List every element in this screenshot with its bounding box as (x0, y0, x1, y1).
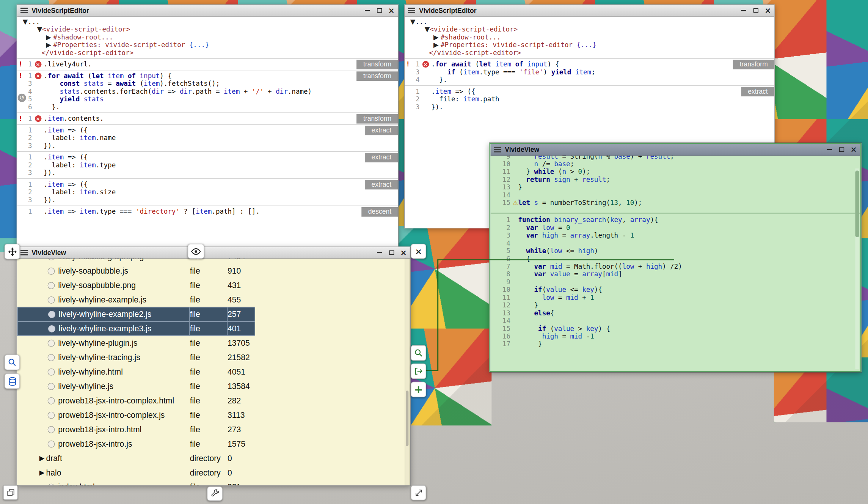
dom-tree-line[interactable]: ▼... (17, 18, 398, 25)
code-line[interactable]: 8 var value = array[mid] (490, 270, 860, 278)
menu-icon[interactable] (20, 8, 28, 13)
code-line[interactable]: 2 file: item.path (405, 95, 774, 103)
code-line[interactable]: 2 label: item.size (17, 188, 398, 196)
code-line[interactable]: !1.lively4url. (17, 60, 398, 68)
code-line[interactable]: 6 { (490, 255, 860, 263)
titlebar[interactable]: VivideView × (490, 144, 860, 156)
minimize-button[interactable] (376, 249, 383, 256)
script-step-transform[interactable]: transform!1.for await (let item of input… (17, 70, 398, 112)
script-step-extract[interactable]: extract1.item => ({2 label: item.type3})… (17, 151, 398, 179)
expand-arrow-icon[interactable]: ▶ (39, 469, 44, 476)
file-row[interactable]: proweb18-jsx-intro.htmlfile273 (17, 422, 410, 436)
minimize-button[interactable] (826, 146, 833, 153)
code-line[interactable]: 14 (490, 317, 860, 324)
file-row[interactable]: proweb18-jsx-intro-complex.htmlfile282 (17, 393, 410, 408)
data-source-button[interactable] (5, 373, 20, 389)
tools-button[interactable] (207, 487, 223, 501)
file-row[interactable]: lively-whyline-example3.jsfile401 (17, 321, 410, 336)
code-line[interactable]: !1.item.contents. (17, 115, 398, 122)
inspect-button[interactable] (411, 345, 426, 361)
scrollbar[interactable] (855, 169, 859, 369)
dom-tree-line[interactable]: ▶ #Properties: vivide-script-editor {...… (405, 41, 774, 49)
code-line[interactable]: 12 return sign + result; (490, 176, 860, 183)
code-line[interactable]: 11 } while (n > 0); (490, 168, 860, 175)
close-button[interactable]: × (850, 146, 857, 153)
code-line[interactable]: 13 else{ (490, 309, 860, 317)
script-step-extract[interactable]: extract1.item => ({2 file: item.path3}). (405, 85, 774, 113)
code-line[interactable]: 4 stats.contents.forEach(dir => dir.path… (17, 88, 398, 95)
code-pane-binary-search[interactable]: 1function binary_search(key, array){2 va… (490, 214, 860, 371)
file-row[interactable]: lively-module-graph.pngfile7404 (17, 258, 410, 264)
minimize-button[interactable] (740, 7, 747, 14)
dom-tree-line[interactable]: ▼<vivide-script-editor> (17, 25, 398, 33)
close-button[interactable]: × (764, 7, 771, 14)
file-row[interactable]: lively-soapbubble.pngfile431 (17, 278, 410, 293)
code-line[interactable]: 15 if (value > key) { (490, 324, 860, 332)
script-step-transform[interactable]: transform!1.item.contents. (17, 112, 398, 124)
code-line[interactable]: 2 label: item.name (17, 134, 398, 142)
code-line[interactable]: 3}). (405, 103, 774, 111)
file-row[interactable]: lively-whyline-example.jsfile455 (17, 293, 410, 307)
code-line[interactable]: 15⚠let s = numberToString(13, 10); (490, 199, 860, 206)
code-line[interactable]: 1.item => ({ (405, 88, 774, 95)
undo-icon[interactable]: ↺ (18, 94, 26, 102)
dom-tree-line[interactable]: ▶ #shadow-root... (17, 33, 398, 41)
code-line[interactable]: 1.item => ({ (17, 181, 398, 188)
close-button[interactable]: × (400, 249, 407, 256)
maximize-button[interactable] (838, 146, 845, 153)
file-row[interactable]: lively-whyline-example2.jsfile257 (17, 307, 410, 321)
code-line[interactable]: 17 } (490, 340, 860, 348)
script-step-transform[interactable]: transform!1.lively4url. (17, 58, 398, 70)
window-vivide-view-code[interactable]: VivideView × 9 result = String(n % base)… (489, 143, 861, 372)
code-line[interactable]: 3}). (17, 169, 398, 176)
code-line[interactable]: 4 }. (405, 76, 774, 83)
code-line[interactable]: 2 var low = 0 (490, 224, 860, 232)
dom-tree-line[interactable]: ▶ #shadow-root... (405, 33, 774, 41)
code-line[interactable]: 11 low = mid + 1 (490, 294, 860, 301)
code-line[interactable]: 12 } (490, 301, 860, 309)
menu-icon[interactable] (408, 8, 415, 13)
dom-tree-line[interactable]: </vivide-script-editor> (405, 49, 774, 56)
file-row[interactable]: proweb18-jsx-intro-complex.jsfile3113 (17, 408, 410, 422)
window-vivide-view-files[interactable]: VivideView × lively-module-graph.pngfile… (17, 247, 411, 486)
script-step-extract[interactable]: extract1.item => ({2 label: item.size3})… (17, 178, 398, 206)
file-list-body[interactable]: lively-module-graph.pngfile7404lively-so… (17, 258, 410, 485)
scrollbar-thumb[interactable] (855, 171, 859, 237)
file-row[interactable]: lively-whyline-tracing.jsfile21582 (17, 350, 410, 365)
code-line[interactable]: 4 (490, 239, 860, 247)
code-line[interactable]: 5 while(low <= high) (490, 247, 860, 255)
code-line[interactable]: 13} (490, 183, 860, 191)
file-row[interactable]: lively-soapbubble.jsfile910 (17, 264, 410, 278)
code-line[interactable]: 9 result = String(n % base) + result; (490, 155, 860, 160)
script-step-transform[interactable]: transform!1.for await (let item of input… (405, 58, 774, 85)
script-step-extract[interactable]: extract1.item => ({2 label: item.name3})… (17, 124, 398, 151)
script-editor-body[interactable]: ▼...▼<vivide-script-editor>▶ #shadow-roo… (17, 16, 398, 247)
code-line[interactable]: !1.for await (let item of input) { (17, 72, 398, 80)
code-line[interactable]: !1.for await (let item of input) { (405, 60, 774, 68)
scrollbar[interactable] (405, 258, 410, 485)
script-step-descent[interactable]: descent1.item => item.type === 'director… (17, 206, 398, 217)
titlebar[interactable]: VivideScriptEditor × (405, 5, 774, 17)
code-line[interactable]: 3 var high = array.length - 1 (490, 232, 860, 239)
code-pane-number-to-string[interactable]: 9 result = String(n % base) + result;10 … (490, 155, 860, 213)
code-line[interactable]: 1.item => ({ (17, 126, 398, 134)
search-button[interactable] (5, 354, 20, 370)
dom-tree-line[interactable]: </vivide-script-editor> (17, 49, 398, 56)
code-line[interactable]: 3 if (item.type === 'file') yield item; (405, 68, 774, 76)
maximize-button[interactable] (376, 7, 383, 14)
menu-icon[interactable] (20, 250, 28, 255)
file-row[interactable]: ▶draftdirectory0 (17, 451, 410, 465)
file-row[interactable]: lively-whyline.jsfile13584 (17, 379, 410, 394)
titlebar[interactable]: VivideScriptEditor × (17, 5, 398, 17)
code-view-body[interactable]: 9 result = String(n % base) + result;10 … (490, 155, 860, 371)
detach-close-button[interactable]: × (411, 244, 426, 258)
code-line[interactable]: 9 (490, 278, 860, 286)
expand-arrow-icon[interactable]: ▶ (39, 454, 44, 462)
code-line[interactable]: 3}). (17, 196, 398, 204)
add-view-button[interactable]: + (411, 382, 426, 397)
code-line[interactable]: 1function binary_search(key, array){ (490, 216, 860, 224)
code-line[interactable]: 2 label: item.type (17, 161, 398, 169)
code-line[interactable]: 3}). (17, 142, 398, 150)
code-line[interactable]: 1.item => ({ (17, 153, 398, 161)
dom-tree-line[interactable]: ▶ #Properties: vivide-script-editor {...… (17, 41, 398, 49)
